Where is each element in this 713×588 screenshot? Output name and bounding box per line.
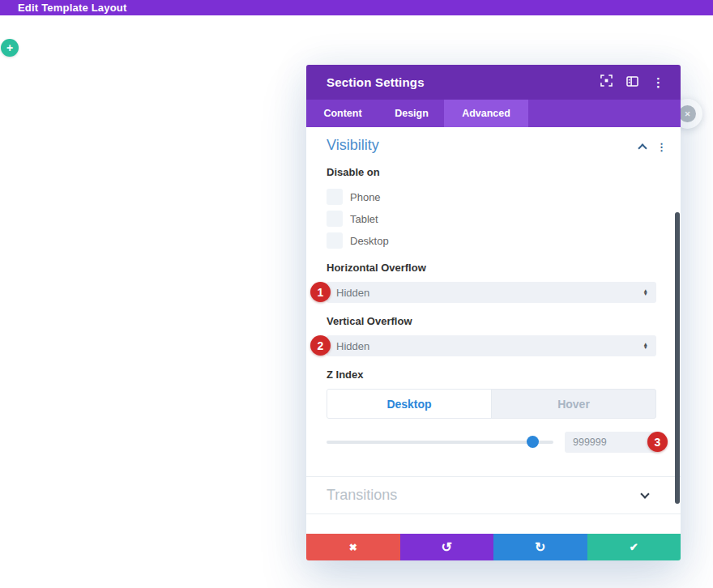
checkbox-row-desktop: Desktop	[327, 232, 389, 249]
expand-modal-button[interactable]	[600, 75, 613, 90]
plus-icon: +	[6, 41, 13, 54]
checkbox-row-tablet: Tablet	[327, 211, 378, 227]
page-title: Edit Template Layout	[0, 2, 127, 14]
redo-icon: ↻	[535, 539, 545, 555]
annotation-badge-2: 2	[310, 335, 331, 356]
undo-button[interactable]: ↺	[400, 534, 494, 560]
vertical-overflow-value: Hidden	[336, 340, 643, 352]
modal-header: Section Settings ⋮	[306, 65, 681, 100]
z-index-label: Z Index	[327, 369, 364, 381]
chevron-down-icon	[642, 493, 648, 497]
panel-layout-icon	[626, 75, 638, 90]
annotation-badge-3: 3	[647, 432, 668, 452]
tab-design[interactable]: Design	[379, 100, 444, 127]
tab-advanced[interactable]: Advanced	[444, 100, 528, 127]
select-arrows-icon: ▲▼	[643, 289, 648, 296]
device-tab-hover-label: Hover	[557, 398, 590, 411]
transitions-section-toggle[interactable]: Transitions	[306, 476, 681, 514]
transitions-section-title: Transitions	[306, 487, 642, 504]
device-tab-desktop-label: Desktop	[386, 398, 431, 411]
save-button[interactable]: ✔	[587, 534, 681, 560]
z-index-slider-handle[interactable]	[527, 436, 539, 448]
modal-body: Visibility ⋮ Disable on Phone Tablet Des…	[306, 127, 681, 534]
top-bar: Edit Template Layout	[0, 0, 713, 15]
desktop-label: Desktop	[350, 235, 389, 247]
page: { "top_bar": { "title": "Edit Template L…	[0, 0, 713, 588]
z-index-input[interactable]	[565, 432, 656, 453]
close-icon: ✕	[679, 105, 696, 122]
vertical-overflow-label: Vertical Overflow	[327, 315, 412, 327]
check-icon: ✔	[630, 541, 638, 553]
phone-label: Phone	[350, 191, 381, 203]
redo-button[interactable]: ↻	[493, 534, 587, 560]
add-section-button[interactable]: +	[1, 39, 19, 57]
disable-on-label: Disable on	[327, 166, 380, 178]
tab-content-label: Content	[323, 108, 361, 119]
tab-advanced-label: Advanced	[462, 108, 510, 119]
desktop-checkbox[interactable]	[327, 232, 343, 249]
tab-content[interactable]: Content	[306, 100, 379, 127]
expand-icon	[600, 75, 613, 90]
horizontal-overflow-select[interactable]: Hidden ▲▼	[327, 282, 656, 303]
checkbox-row-phone: Phone	[327, 189, 381, 205]
horizontal-overflow-label: Horizontal Overflow	[327, 262, 426, 274]
phone-checkbox[interactable]	[327, 189, 343, 205]
tablet-label: Tablet	[350, 213, 378, 225]
chevron-up-icon	[638, 143, 647, 152]
modal-scrollbar[interactable]	[675, 212, 680, 504]
visibility-section-title: Visibility	[327, 137, 379, 154]
collapse-toggle[interactable]	[639, 143, 646, 151]
z-index-slider-track[interactable]	[327, 441, 553, 444]
section-settings-modal: Section Settings ⋮	[306, 65, 681, 560]
z-index-device-tabs: Desktop Hover	[327, 389, 656, 419]
select-arrows-icon: ▲▼	[643, 343, 648, 350]
vertical-overflow-select[interactable]: Hidden ▲▼	[327, 335, 656, 356]
annotation-badge-1: 1	[310, 282, 331, 302]
visibility-section-controls: ⋮	[639, 142, 667, 152]
modal-footer: ✖ ↺ ↻ ✔	[306, 534, 681, 560]
modal-tab-bar: Content Design Advanced	[306, 100, 681, 127]
tab-design-label: Design	[395, 108, 429, 119]
dock-panel-button[interactable]	[626, 75, 638, 90]
tablet-checkbox[interactable]	[327, 211, 343, 227]
horizontal-overflow-value: Hidden	[336, 287, 643, 299]
device-tab-desktop[interactable]: Desktop	[327, 390, 492, 418]
device-tab-hover[interactable]: Hover	[492, 390, 655, 418]
undo-icon: ↺	[442, 539, 452, 555]
close-icon: ✖	[349, 542, 357, 553]
modal-title: Section Settings	[327, 75, 587, 89]
discard-button[interactable]: ✖	[306, 534, 400, 560]
kebab-icon: ⋮	[652, 76, 664, 88]
modal-options-button[interactable]: ⋮	[652, 76, 664, 88]
visibility-options-button[interactable]: ⋮	[656, 142, 667, 152]
